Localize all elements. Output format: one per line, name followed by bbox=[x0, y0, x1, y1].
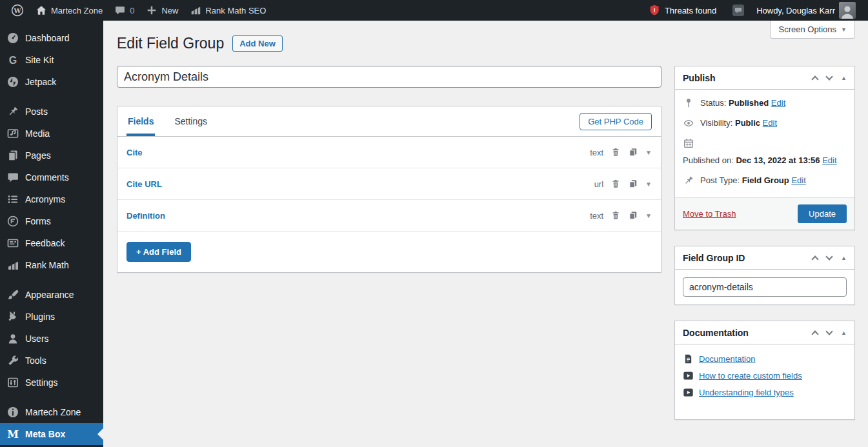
trash-icon[interactable] bbox=[611, 210, 621, 221]
move-up-icon[interactable] bbox=[811, 255, 818, 263]
sidebar-item-plugins[interactable]: Plugins bbox=[0, 306, 103, 328]
menu-separator bbox=[0, 276, 103, 284]
sidebar-item-martech-zone[interactable]: Martech Zone bbox=[0, 401, 103, 423]
wp-logo-menu[interactable]: W bbox=[5, 0, 30, 21]
sidebar-item-dashboard[interactable]: Dashboard bbox=[0, 27, 103, 49]
publish-box: Publish ▲ Status: bbox=[674, 66, 855, 230]
video-play-icon bbox=[683, 370, 694, 381]
published-on-text: Published on: Dec 13, 2022 at 13:56 Edit bbox=[683, 155, 837, 166]
tab-settings[interactable]: Settings bbox=[173, 106, 208, 136]
threats-menu[interactable]: ! Threats found bbox=[643, 0, 722, 21]
forms-icon bbox=[6, 215, 19, 228]
appearance-brush-icon bbox=[6, 288, 19, 301]
media-icon bbox=[6, 127, 19, 140]
trash-icon[interactable] bbox=[611, 179, 621, 189]
post-status-pin-icon bbox=[683, 97, 694, 109]
row-actions: text ▼ bbox=[590, 147, 652, 157]
threats-label: Threats found bbox=[665, 6, 716, 15]
admin-bar-right: ! Threats found Howdy, Douglas Karr bbox=[643, 0, 862, 21]
expand-caret-icon[interactable]: ▼ bbox=[645, 212, 652, 219]
sidebar-label: Forms bbox=[25, 216, 51, 226]
how-to-create-custom-fields-link[interactable]: How to create custom fields bbox=[699, 371, 802, 381]
svg-text:W: W bbox=[13, 7, 21, 14]
trash-icon[interactable] bbox=[611, 147, 621, 157]
comments-count: 0 bbox=[130, 6, 134, 15]
sidebar-item-feedback[interactable]: Feedback bbox=[0, 232, 103, 254]
edit-published-link[interactable]: Edit bbox=[822, 155, 836, 165]
field-group-id-body bbox=[675, 270, 854, 304]
add-field-button[interactable]: + Add Field bbox=[126, 242, 191, 262]
site-name-menu[interactable]: Martech Zone bbox=[30, 0, 108, 21]
comments-menu[interactable]: 0 bbox=[108, 0, 140, 21]
main-content: Screen Options ▼ Edit Field Group Add Ne… bbox=[103, 21, 868, 447]
plugins-icon bbox=[6, 310, 19, 323]
sidebar-label: Jetpack bbox=[25, 77, 56, 87]
fields-tabbar: Fields Settings Get PHP Code bbox=[117, 106, 661, 137]
duplicate-icon[interactable] bbox=[628, 210, 638, 221]
move-down-icon[interactable] bbox=[825, 328, 833, 335]
field-name-link[interactable]: Cite bbox=[126, 148, 143, 157]
sidebar-item-posts[interactable]: Posts bbox=[0, 101, 103, 123]
sidebar-item-site-kit[interactable]: G Site Kit bbox=[0, 49, 103, 71]
understanding-field-types-link[interactable]: Understanding field types bbox=[699, 388, 794, 397]
collapse-toggle-icon[interactable]: ▲ bbox=[841, 255, 847, 261]
sidebar-item-tools[interactable]: Tools bbox=[0, 350, 103, 372]
sidebar-label: Site Kit bbox=[25, 55, 54, 65]
visibility-row: Visibility: Public Edit bbox=[683, 117, 847, 129]
sidebar-item-comments[interactable]: Comments bbox=[0, 166, 103, 188]
edit-status-link[interactable]: Edit bbox=[771, 98, 785, 108]
collapse-toggle-icon[interactable]: ▲ bbox=[841, 75, 847, 81]
sidebar-item-acronyms[interactable]: Acronyms bbox=[0, 188, 103, 210]
move-down-icon[interactable] bbox=[825, 73, 833, 80]
comments-icon bbox=[6, 171, 19, 184]
notifications-menu[interactable] bbox=[726, 0, 751, 21]
screen-options-button[interactable]: Screen Options ▼ bbox=[770, 21, 855, 39]
edit-post-type-link[interactable]: Edit bbox=[791, 175, 805, 185]
edit-visibility-link[interactable]: Edit bbox=[763, 118, 777, 128]
field-group-id-input[interactable] bbox=[683, 277, 847, 297]
field-type-label: text bbox=[590, 211, 603, 221]
new-menu[interactable]: New bbox=[140, 0, 184, 21]
documentation-link[interactable]: Documentation bbox=[699, 354, 755, 364]
sidebar-item-settings[interactable]: Settings bbox=[0, 372, 103, 393]
field-group-title-input[interactable] bbox=[117, 66, 661, 88]
my-account-menu[interactable]: Howdy, Douglas Karr bbox=[751, 0, 862, 21]
sidebar-item-jetpack[interactable]: Jetpack bbox=[0, 71, 103, 93]
site-kit-icon: G bbox=[6, 54, 19, 66]
sidebar-label: Comments bbox=[25, 172, 69, 183]
sidebar-item-appearance[interactable]: Appearance bbox=[0, 284, 103, 306]
expand-caret-icon[interactable]: ▼ bbox=[645, 149, 652, 156]
visibility-eye-icon bbox=[683, 117, 694, 129]
field-name-link[interactable]: Definition bbox=[126, 211, 165, 221]
update-button[interactable]: Update bbox=[798, 204, 847, 223]
tab-fields[interactable]: Fields bbox=[126, 106, 155, 136]
duplicate-icon[interactable] bbox=[628, 147, 638, 157]
add-new-button[interactable]: Add New bbox=[232, 35, 283, 52]
jetpack-icon bbox=[6, 75, 19, 88]
doc-link-row: Understanding field types bbox=[683, 387, 847, 398]
sidebar-item-media[interactable]: Media bbox=[0, 123, 103, 144]
sidebar-item-pages[interactable]: Pages bbox=[0, 144, 103, 166]
rank-math-menu[interactable]: Rank Math SEO bbox=[184, 0, 272, 21]
sidebar-item-forms[interactable]: Forms bbox=[0, 210, 103, 232]
publish-box-title: Publish bbox=[683, 73, 716, 83]
wordpress-logo-icon: W bbox=[11, 4, 24, 17]
collapse-toggle-icon[interactable]: ▲ bbox=[841, 330, 847, 336]
admin-bar: W Martech Zone 0 New Rank Math SEO ! Thr… bbox=[0, 0, 868, 21]
expand-caret-icon[interactable]: ▼ bbox=[645, 181, 652, 188]
sidebar-item-meta-box[interactable]: M Meta Box bbox=[0, 423, 103, 445]
duplicate-icon[interactable] bbox=[628, 179, 638, 189]
move-down-icon[interactable] bbox=[825, 253, 833, 260]
field-row-cite-url: Cite URL url ▼ bbox=[117, 168, 661, 200]
move-to-trash-link[interactable]: Move to Trash bbox=[683, 209, 736, 219]
field-name-link[interactable]: Cite URL bbox=[126, 179, 162, 189]
move-up-icon[interactable] bbox=[811, 75, 818, 83]
sidebar-item-users[interactable]: Users bbox=[0, 328, 103, 350]
page-title: Edit Field Group bbox=[117, 35, 224, 52]
users-icon bbox=[6, 332, 19, 345]
get-php-code-button[interactable]: Get PHP Code bbox=[580, 113, 652, 130]
page-heading: Edit Field Group Add New bbox=[117, 21, 855, 52]
svg-text:G: G bbox=[9, 55, 17, 66]
move-up-icon[interactable] bbox=[811, 330, 818, 337]
sidebar-item-rank-math[interactable]: Rank Math bbox=[0, 254, 103, 276]
